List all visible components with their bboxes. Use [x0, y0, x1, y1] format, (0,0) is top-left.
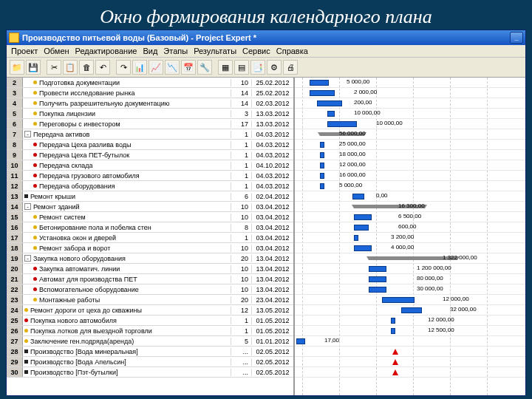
gantt-row[interactable]: 12 500,00	[295, 326, 525, 336]
task-row[interactable]: 12Передача оборудования104.03.2012	[7, 181, 293, 191]
task-row[interactable]: 10Передача склада104.10.2012	[7, 160, 293, 171]
toolbar-button-8[interactable]: 📈	[149, 60, 163, 75]
task-name-cell[interactable]: Передача Цеха разлива воды	[23, 141, 231, 149]
gantt-row[interactable]: 32 000,00	[295, 305, 525, 316]
task-row[interactable]: 24Ремонт дороги от цеха до скважины1213.…	[7, 305, 293, 316]
task-row[interactable]: 19-Закупка нового оборудования2013.04.20…	[7, 253, 293, 264]
toolbar-button-10[interactable]: 📅	[181, 60, 196, 75]
gantt-chart[interactable]: 5 000,002 000,00200,0010 000,0010 000,00…	[295, 78, 525, 395]
task-row[interactable]: 3Провести исследование рынка1425.02.2012	[7, 88, 293, 98]
task-name-cell[interactable]: Производство [Вода минеральная]	[23, 348, 231, 355]
toolbar-button-15[interactable]: ⚙	[267, 60, 282, 75]
gantt-row[interactable]: 30 000,00	[295, 284, 525, 295]
task-name-cell[interactable]: -Передача активов	[23, 131, 231, 138]
task-row[interactable]: 17Установка окон и дверей103.04.2012	[7, 233, 293, 243]
expander-icon[interactable]: -	[24, 131, 31, 137]
gantt-bar[interactable]	[352, 194, 364, 200]
gantt-row[interactable]: 5 000,00	[295, 181, 525, 191]
gantt-bar[interactable]	[369, 276, 386, 282]
menu-service[interactable]: Сервис	[242, 47, 270, 55]
task-row[interactable]: 4Получить разрешительную документацию140…	[7, 98, 293, 109]
toolbar-button-14[interactable]: 📑	[250, 60, 265, 75]
task-row[interactable]: 22Вспомогательное оборудование1013.04.20…	[7, 284, 293, 295]
gantt-row[interactable]: 16 000,00	[295, 171, 525, 181]
gantt-row[interactable]: 3 200,00	[295, 233, 525, 243]
gantt-bar[interactable]	[320, 183, 324, 189]
task-row[interactable]: 8Передача Цеха разлива воды104.03.2012	[7, 140, 293, 150]
toolbar-button-6[interactable]: ↷	[116, 60, 131, 75]
gantt-row[interactable]: 12 000,00	[295, 295, 525, 305]
task-name-cell[interactable]: Получить разрешительную документацию	[23, 100, 231, 107]
milestone-icon[interactable]	[392, 359, 398, 365]
task-name-cell[interactable]: Передача склада	[23, 162, 231, 169]
gantt-row[interactable]: 5 000,00	[295, 78, 525, 88]
gantt-bar[interactable]	[327, 111, 335, 117]
gantt-row[interactable]: 2 000,00	[295, 88, 525, 98]
task-row[interactable]: 9Передача Цеха ПЕТ-бутылок104.03.2012	[7, 150, 293, 160]
task-name-cell[interactable]: Установка окон и дверей	[23, 234, 231, 242]
gantt-row[interactable]: 1 322 000,00	[295, 253, 525, 264]
task-name-cell[interactable]: -Ремонт зданий	[23, 203, 231, 211]
gantt-row[interactable]: 200,00	[295, 98, 525, 109]
toolbar-button-3[interactable]: 📋	[63, 60, 78, 75]
gantt-bar[interactable]	[320, 142, 324, 148]
menu-results[interactable]: Результаты	[194, 47, 236, 55]
gantt-bar[interactable]	[296, 338, 305, 344]
gantt-row[interactable]: 6 500,00	[295, 212, 525, 222]
task-name-cell[interactable]: Ремонт систем	[23, 214, 231, 221]
toolbar-button-5[interactable]: ↶	[95, 60, 110, 75]
toolbar-button-4[interactable]: 🗑	[79, 60, 94, 75]
task-row[interactable]: 2Подготовка документации1025.02.2012	[7, 78, 293, 88]
task-row[interactable]: 15Ремонт систем1003.04.2012	[7, 212, 293, 222]
task-name-cell[interactable]: Передача грузового автомобиля	[23, 172, 231, 180]
task-row[interactable]: 16Бетонирование пола и побелка стен803.0…	[7, 222, 293, 233]
gantt-bar[interactable]	[327, 121, 357, 127]
menu-project[interactable]: Проект	[11, 47, 38, 55]
gantt-bar[interactable]	[369, 266, 386, 272]
task-name-cell[interactable]: Покупка нового автомобиля	[23, 317, 231, 324]
task-name-cell[interactable]: Автомат для производства ПЕТ	[23, 276, 231, 283]
task-name-cell[interactable]: -Закупка нового оборудования	[23, 255, 231, 262]
gantt-bar[interactable]	[354, 245, 372, 251]
task-row[interactable]: 25Покупка нового автомобиля101.05.2012	[7, 316, 293, 326]
toolbar-button-2[interactable]: ✂	[47, 60, 61, 75]
gantt-bar[interactable]	[391, 318, 395, 324]
gantt-bar[interactable]	[354, 235, 358, 241]
menu-help[interactable]: Справка	[276, 47, 308, 55]
task-name-cell[interactable]: Вспомогательное оборудование	[23, 286, 231, 293]
gantt-row[interactable]	[295, 347, 525, 357]
gantt-bar[interactable]	[320, 163, 324, 168]
menu-exchange[interactable]: Обмен	[44, 47, 69, 55]
gantt-bar[interactable]	[382, 297, 415, 303]
gantt-row[interactable]	[295, 367, 525, 378]
task-row[interactable]: 27Заключение ген.подряда(аренда)501.01.2…	[7, 336, 293, 347]
toolbar-button-11[interactable]: 🔧	[197, 60, 212, 75]
task-name-cell[interactable]: Монтажные работы	[23, 296, 231, 304]
gantt-row[interactable]: 25 000,00	[295, 140, 525, 150]
task-row[interactable]: 11Передача грузового автомобиля104.03.20…	[7, 171, 293, 181]
gantt-row[interactable]: 12 000,00	[295, 316, 525, 326]
gantt-row[interactable]: 0,00	[295, 191, 525, 202]
milestone-icon[interactable]	[392, 349, 398, 355]
task-row[interactable]: 20Закупка автоматич. линии1013.04.2012	[7, 264, 293, 274]
task-table[interactable]: 2Подготовка документации1025.02.20123Про…	[7, 78, 295, 395]
gantt-bar[interactable]	[401, 307, 422, 313]
menu-stages[interactable]: Этапы	[163, 47, 188, 55]
task-row[interactable]: 29Производство [Вода Апельсин]...02.05.2…	[7, 357, 293, 367]
gantt-row[interactable]: 1 200 000,00	[295, 264, 525, 274]
toolbar-button-7[interactable]: 📊	[132, 60, 147, 75]
milestone-icon[interactable]	[392, 369, 398, 375]
gantt-row[interactable]: 12 000,00	[295, 160, 525, 171]
gantt-row[interactable]: 17,00	[295, 336, 525, 347]
gantt-row[interactable]: 10 000,00	[295, 109, 525, 119]
task-name-cell[interactable]: Ремонт забора и ворот	[23, 245, 231, 252]
task-name-cell[interactable]: Заключение ген.подряда(аренда)	[23, 338, 231, 345]
gantt-row[interactable]: 16 300,00	[295, 202, 525, 212]
expander-icon[interactable]: -	[24, 255, 31, 262]
task-row[interactable]: 21Автомат для производства ПЕТ1013.04.20…	[7, 274, 293, 284]
toolbar-button-9[interactable]: 📉	[165, 60, 180, 75]
gantt-bar[interactable]	[354, 214, 372, 220]
toolbar-button-16[interactable]: 🖨	[283, 60, 298, 75]
task-name-cell[interactable]: Ремонт крыши	[23, 193, 231, 200]
task-row[interactable]: 30Производство [Пэт-бутылки]...02.05.201…	[7, 367, 293, 378]
